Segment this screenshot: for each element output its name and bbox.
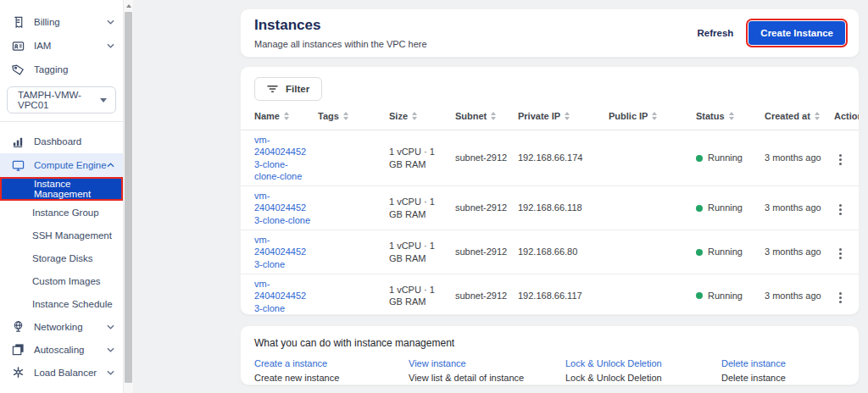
table-row: vm-24040244523-clone 1 vCPU · 1 GB RAM s…	[241, 230, 860, 274]
status-badge: Running	[696, 246, 758, 257]
sidebar-item-custom-images[interactable]: Custom Images	[0, 269, 123, 292]
row-actions-menu-icon[interactable]	[834, 151, 847, 169]
size-cell: 1 vCPU · 1 GB RAM	[389, 230, 455, 274]
instance-name-link[interactable]: vm-24040244523-clone-clone	[254, 191, 310, 225]
iam-icon	[11, 39, 25, 53]
chevron-down-icon	[107, 347, 114, 352]
instances-table-card: Filter Name Tags Size Subnet Private IP …	[240, 66, 860, 315]
chevron-down-icon	[107, 19, 114, 25]
tags-cell	[318, 274, 389, 315]
sidebar-item-instance-group[interactable]: Instance Group	[0, 201, 123, 224]
instance-name-link[interactable]: vm-24040244523-clone	[254, 235, 306, 269]
sidebar-item-ssh-management[interactable]: SSH Management	[0, 224, 123, 246]
sidebar-item-label: SSH Management	[32, 230, 112, 241]
view-instance-description: View list & detail of instance	[409, 373, 565, 383]
tags-cell	[318, 230, 389, 274]
column-header-status[interactable]: Status	[696, 111, 734, 121]
filter-icon	[267, 85, 278, 93]
private-ip-cell: 192.168.66.117	[518, 274, 609, 315]
sidebar-item-instance-management[interactable]: Instance Management	[2, 179, 121, 199]
row-actions-menu-icon[interactable]	[834, 201, 847, 219]
autoscaling-icon	[11, 343, 25, 357]
chevron-down-icon	[107, 324, 114, 329]
column-header-private-ip[interactable]: Private IP	[518, 111, 570, 121]
instance-name-link[interactable]: vm-24040244523-clone	[254, 279, 306, 313]
lock-unlock-deletion-link[interactable]: Lock & Unlock Deletion	[565, 358, 721, 368]
create-instance-link[interactable]: Create a instance	[254, 358, 409, 368]
subnet-cell: subnet-2912	[455, 130, 518, 186]
column-header-actions: Actions	[834, 111, 860, 121]
row-actions-menu-icon[interactable]	[834, 289, 847, 307]
chevron-down-icon	[100, 98, 107, 102]
sidebar-item-label: Dashboard	[34, 136, 81, 147]
sidebar-item-label: Custom Images	[32, 276, 101, 286]
sidebar-item-label: Instance Group	[32, 208, 99, 218]
page-header-card: Instances Manage all instances within th…	[240, 8, 860, 58]
column-header-public-ip[interactable]: Public IP	[609, 111, 657, 121]
create-instance-button[interactable]: Create Instance	[748, 21, 845, 45]
tags-cell	[318, 186, 389, 230]
instances-table: Name Tags Size Subnet Private IP Public …	[241, 104, 860, 315]
dashboard-icon	[11, 135, 25, 148]
view-instance-link[interactable]: View instance	[409, 358, 565, 368]
filter-button[interactable]: Filter	[254, 77, 322, 101]
lock-unlock-deletion-description: Lock & Unlock Deletion	[565, 373, 721, 383]
sidebar-item-tagging[interactable]: Tagging	[0, 58, 123, 81]
sidebar-item-iam[interactable]: IAM	[0, 34, 123, 58]
row-actions-menu-icon[interactable]	[834, 245, 847, 263]
status-dot-icon	[696, 155, 703, 162]
created-at-cell: 3 months ago	[765, 274, 834, 315]
column-header-subnet[interactable]: Subnet	[455, 111, 496, 121]
column-header-created-at[interactable]: Created at	[765, 111, 820, 121]
subnet-cell: subnet-2912	[455, 230, 518, 274]
subnet-cell: subnet-2912	[455, 274, 518, 315]
scrollbar-thumb[interactable]	[125, 12, 132, 383]
sidebar-item-networking[interactable]: Networking	[0, 315, 123, 338]
sort-icon	[815, 112, 820, 120]
status-badge: Running	[696, 202, 758, 213]
compute-engine-icon	[11, 158, 25, 172]
instance-name-link[interactable]: vm-24040244523-clone-clone-clone	[254, 135, 306, 181]
refresh-button[interactable]: Refresh	[698, 28, 734, 38]
filter-button-label: Filter	[286, 84, 309, 94]
column-header-name[interactable]: Name	[254, 111, 289, 121]
column-header-size[interactable]: Size	[389, 111, 417, 121]
table-header-row: Name Tags Size Subnet Private IP Public …	[241, 104, 860, 130]
help-card-title: What you can do with instance management	[254, 337, 845, 349]
sort-icon	[565, 112, 570, 120]
sidebar-item-label: IAM	[34, 41, 51, 51]
vpc-selector[interactable]: TAMPH-VMW-VPC01	[7, 86, 116, 113]
tags-cell	[318, 130, 389, 186]
arrow-up-icon	[126, 4, 131, 8]
status-badge: Running	[696, 290, 758, 302]
main-content: Instances Manage all instances within th…	[240, 0, 860, 393]
sidebar-scrollbar[interactable]	[123, 0, 133, 393]
sidebar-item-label: Instance Management	[34, 179, 121, 199]
sort-icon	[729, 112, 734, 120]
sidebar-item-instance-schedule[interactable]: Instance Schedule	[0, 292, 123, 315]
table-row: vm-24040244523-clone-clone-clone 1 vCPU …	[241, 130, 860, 186]
sidebar-item-compute-engine[interactable]: Compute Engine	[0, 153, 123, 177]
sidebar-item-label: Autoscaling	[34, 345, 84, 355]
size-cell: 1 vCPU · 1 GB RAM	[389, 186, 455, 230]
created-at-cell: 3 months ago	[765, 230, 834, 274]
help-card: What you can do with instance management…	[240, 325, 860, 385]
sidebar-item-autoscaling[interactable]: Autoscaling	[0, 338, 123, 361]
sort-icon	[284, 112, 289, 120]
sidebar-item-storage-disks[interactable]: Storage Disks	[0, 246, 123, 269]
sidebar-item-label: Networking	[34, 322, 83, 332]
table-row: vm-24040244523-clone 1 vCPU · 1 GB RAM s…	[241, 274, 860, 315]
chevron-down-icon	[107, 370, 114, 375]
sort-icon	[343, 112, 348, 120]
sidebar-item-dashboard[interactable]: Dashboard	[0, 130, 123, 153]
delete-instance-link[interactable]: Delete instance	[721, 358, 845, 368]
sidebar-item-load-balancer[interactable]: Load Balancer	[0, 361, 123, 384]
sort-icon	[491, 112, 496, 120]
networking-icon	[11, 320, 25, 334]
status-dot-icon	[696, 205, 703, 212]
column-header-tags[interactable]: Tags	[318, 111, 348, 121]
annotation-box-instance-management: Instance Management	[0, 177, 123, 201]
vpc-selector-value: TAMPH-VMW-VPC01	[18, 90, 100, 110]
sidebar-item-billing[interactable]: Billing	[0, 10, 123, 34]
scrollbar-up-button[interactable]	[124, 0, 133, 11]
